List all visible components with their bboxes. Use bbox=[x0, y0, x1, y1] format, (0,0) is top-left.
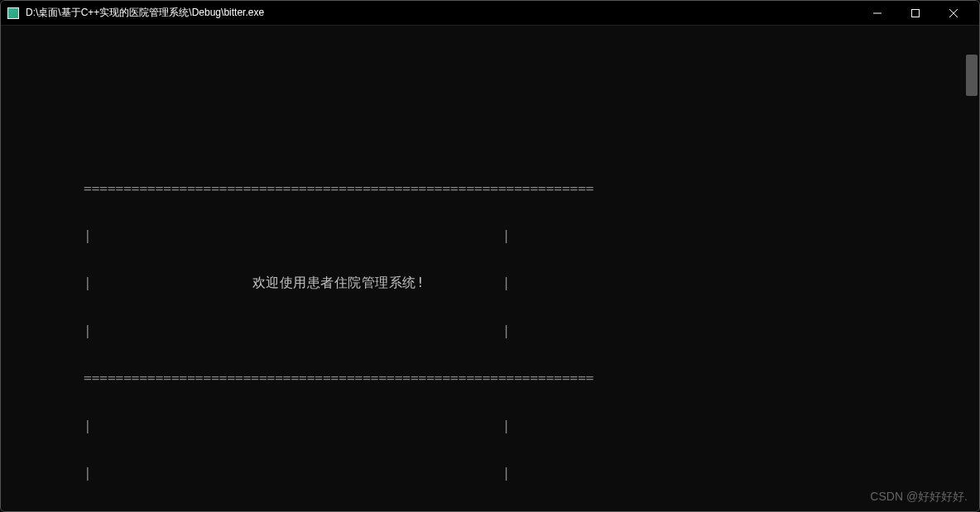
svg-rect-1 bbox=[912, 9, 920, 17]
minimize-button[interactable] bbox=[858, 1, 896, 26]
box-border-right: | bbox=[502, 275, 511, 290]
box-border-right: | bbox=[502, 323, 511, 338]
box-border-left: | bbox=[84, 465, 92, 481]
app-icon bbox=[7, 7, 19, 19]
window-controls bbox=[858, 1, 973, 26]
console-output: ========================================… bbox=[17, 34, 963, 511]
box-border-left: | bbox=[84, 418, 92, 433]
box-border-left: | bbox=[84, 275, 92, 290]
box-border-right: | bbox=[502, 465, 511, 481]
scrollbar-thumb[interactable] bbox=[966, 55, 978, 96]
divider-mid: ========================================… bbox=[84, 370, 511, 385]
watermark: CSDN @好好好好. bbox=[870, 490, 968, 505]
console-area[interactable]: ========================================… bbox=[1, 26, 979, 511]
box-border-right: | bbox=[502, 227, 511, 243]
titlebar: D:\桌面\基于C++实现的医院管理系统\Debug\bitter.exe bbox=[1, 1, 979, 26]
window-title: D:\桌面\基于C++实现的医院管理系统\Debug\bitter.exe bbox=[26, 6, 858, 20]
welcome-message: 欢迎使用患者住院管理系统! bbox=[170, 275, 425, 290]
box-border-right: | bbox=[502, 418, 511, 433]
maximize-button[interactable] bbox=[896, 1, 934, 26]
box-border-left: | bbox=[84, 323, 92, 338]
close-button[interactable] bbox=[934, 1, 973, 26]
divider-top: ========================================… bbox=[84, 180, 511, 196]
box-border-left: | bbox=[84, 227, 92, 243]
